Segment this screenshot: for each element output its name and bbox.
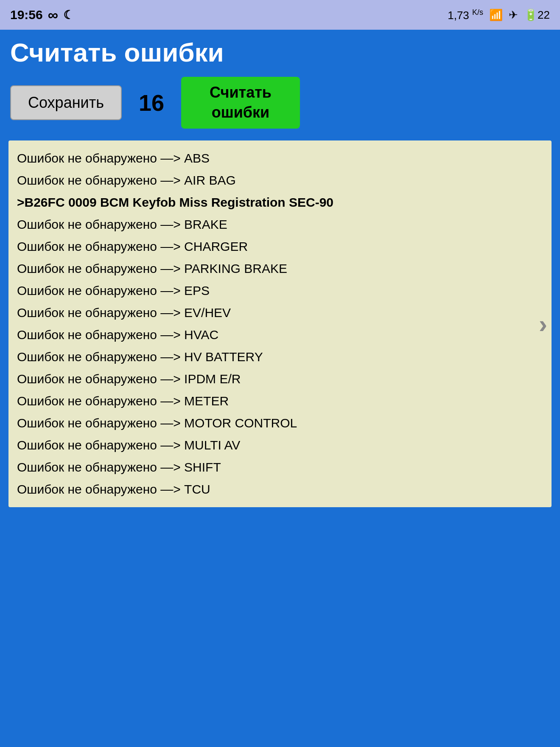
error-list-item: Ошибок не обнаружено —> EPS — [17, 280, 543, 302]
infinity-icon: ∞ — [48, 7, 58, 23]
error-list-item: Ошибок не обнаружено —> HV BATTERY — [17, 346, 543, 368]
page-title: Считать ошибки — [0, 30, 560, 72]
error-list-item: Ошибок не обнаружено —> EV/HEV — [17, 302, 543, 324]
scroll-right-arrow[interactable]: › — [539, 309, 547, 338]
read-errors-button[interactable]: Считатьошибки — [181, 77, 300, 129]
error-list-item: Ошибок не обнаружено —> PARKING BRAKE — [17, 258, 543, 280]
error-list-item: Ошибок не обнаружено —> METER — [17, 390, 543, 412]
error-list-item: Ошибок не обнаружено —> AIR BAG — [17, 169, 543, 191]
error-count: 16 — [139, 90, 164, 116]
error-list-container: Ошибок не обнаружено —> ABSОшибок не обн… — [8, 140, 552, 507]
error-list-item: >B26FC 0009 BCM Keyfob Miss Registration… — [17, 191, 543, 213]
error-list-item: Ошибок не обнаружено —> MULTI AV — [17, 434, 543, 456]
error-list-item: Ошибок не обнаружено —> ABS — [17, 147, 543, 169]
save-button[interactable]: Сохранить — [10, 85, 122, 120]
wifi-icon: 📶 — [489, 8, 503, 22]
error-list: Ошибок не обнаружено —> ABSОшибок не обн… — [17, 147, 543, 500]
speed-display: 1,73 K/s — [448, 8, 483, 22]
error-list-item: Ошибок не обнаружено —> IPDM E/R — [17, 368, 543, 390]
error-list-item: Ошибок не обнаружено —> MOTOR CONTROL — [17, 412, 543, 434]
moon-icon: ☾ — [63, 8, 74, 22]
airplane-icon: ✈ — [509, 8, 518, 22]
status-right: 1,73 K/s 📶 ✈ 🔋22 — [448, 8, 550, 22]
status-left: 19:56 ∞ ☾ — [10, 7, 74, 23]
time-display: 19:56 — [10, 8, 43, 22]
toolbar: Сохранить 16 Считатьошибки — [0, 72, 560, 136]
error-list-item: Ошибок не обнаружено —> SHIFT — [17, 456, 543, 478]
status-bar: 19:56 ∞ ☾ 1,73 K/s 📶 ✈ 🔋22 — [0, 0, 560, 30]
error-list-item: Ошибок не обнаружено —> TCU — [17, 478, 543, 500]
error-list-item: Ошибок не обнаружено —> BRAKE — [17, 213, 543, 236]
error-list-item: Ошибок не обнаружено —> HVAC — [17, 324, 543, 346]
error-list-item: Ошибок не обнаружено —> CHARGER — [17, 236, 543, 258]
battery-display: 🔋22 — [524, 8, 550, 22]
